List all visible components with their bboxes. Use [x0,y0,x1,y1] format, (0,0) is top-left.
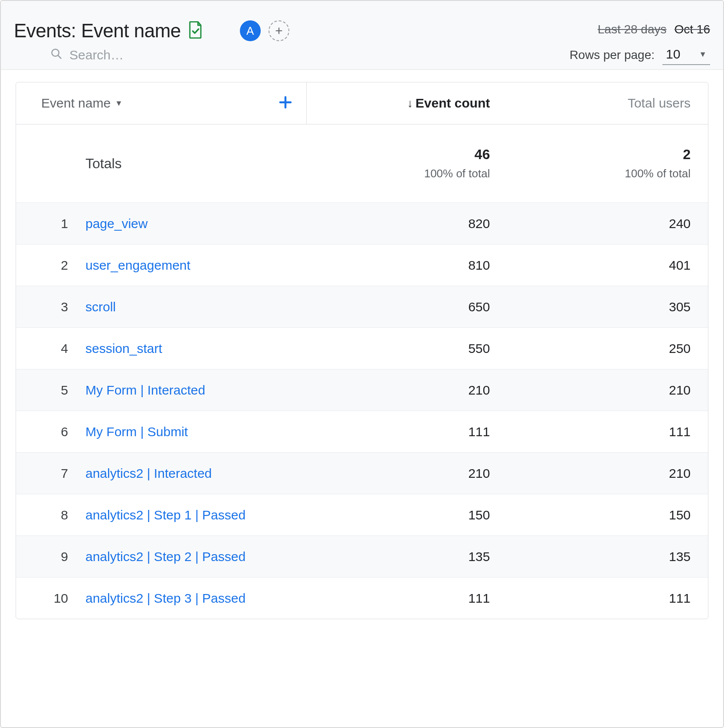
rows-per-page-select[interactable]: 10 ▼ [662,45,710,65]
row-total-users: 210 [507,466,708,481]
metric-label: Total users [628,96,691,111]
row-index: 9 [16,549,85,564]
row-index: 3 [16,300,85,314]
search-icon [50,48,62,63]
row-event-name: page_view [85,216,307,231]
row-index: 7 [16,466,85,481]
row-event-name: user_engagement [85,258,307,273]
row-index: 6 [16,424,85,439]
date-range[interactable]: Last 28 days Oct 16 [598,23,710,36]
event-link[interactable]: analytics2 | Step 1 | Passed [85,508,246,522]
row-event-count: 550 [307,341,508,356]
row-event-name: analytics2 | Step 1 | Passed [85,508,307,522]
rows-per-page: Rows per page: 10 ▼ [570,45,710,65]
search-row: Rows per page: 10 ▼ [14,45,710,65]
metric-header-event-count[interactable]: ↓ Event count [307,82,508,124]
row-event-count: 135 [307,549,508,564]
table-rows: 1page_view8202402user_engagement8104013s… [16,202,708,619]
rows-per-page-value: 10 [666,47,680,62]
totals-total-users: 2 100% of total [507,124,708,202]
row-total-users: 240 [507,216,708,231]
event-link[interactable]: My Form | Interacted [85,383,205,397]
table-row: 4session_start550250 [16,327,708,369]
row-index: 2 [16,258,85,273]
totals-value: 2 [683,147,691,163]
search-box [14,48,200,63]
row-index: 5 [16,383,85,398]
row-total-users: 305 [507,300,708,314]
sort-desc-icon: ↓ [407,97,413,110]
row-total-users: 111 [507,591,708,606]
totals-metrics: 46 100% of total 2 100% of total [307,124,708,202]
dimension-label: Event name [41,96,111,111]
row-index: 8 [16,508,85,522]
event-link[interactable]: analytics2 | Interacted [85,466,212,480]
caret-down-icon: ▼ [115,99,123,108]
report-panel: Events: Event name A Last 28 days Oct 16 [0,0,724,728]
column-headers: Event name ▼ ↓ Event count Total users [16,82,708,124]
table-row: 7analytics2 | Interacted210210 [16,452,708,494]
totals-row: Totals 46 100% of total 2 100% of total [16,124,708,202]
totals-event-count: 46 100% of total [307,124,508,202]
row-event-name: analytics2 | Step 2 | Passed [85,549,307,564]
table-row: 10analytics2 | Step 3 | Passed111111 [16,577,708,619]
row-event-count: 820 [307,216,508,231]
table-row: 5My Form | Interacted210210 [16,369,708,411]
row-total-users: 111 [507,424,708,439]
date-range-end: Oct 16 [675,23,710,36]
page-title: Events: Event name [14,20,181,42]
caret-down-icon: ▼ [699,50,707,59]
table-row: 8analytics2 | Step 1 | Passed150150 [16,494,708,535]
event-link[interactable]: analytics2 | Step 2 | Passed [85,549,246,564]
row-event-count: 111 [307,424,508,439]
metric-header-total-users[interactable]: Total users [507,82,708,124]
search-input[interactable] [69,48,200,62]
row-total-users: 250 [507,341,708,356]
metric-label: Event count [416,96,490,111]
row-event-count: 111 [307,591,508,606]
dimension-column-header: Event name ▼ [16,82,307,124]
row-event-count: 210 [307,383,508,398]
row-event-name: analytics2 | Step 3 | Passed [85,591,307,606]
event-link[interactable]: My Form | Submit [85,424,188,439]
event-link[interactable]: analytics2 | Step 3 | Passed [85,591,246,605]
table-row: 3scroll650305 [16,286,708,327]
row-index: 10 [16,591,85,606]
table-row: 1page_view820240 [16,202,708,244]
totals-pct: 100% of total [424,167,490,180]
metrics-headers: ↓ Event count Total users [307,82,708,124]
segment-badge[interactable]: A [240,20,261,41]
dimension-picker[interactable]: Event name ▼ [41,96,123,111]
sheet-check-icon [189,21,203,40]
row-total-users: 135 [507,549,708,564]
table-row: 2user_engagement810401 [16,244,708,286]
event-link[interactable]: user_engagement [85,258,190,272]
add-comparison-button[interactable] [269,20,289,41]
row-total-users: 210 [507,383,708,398]
row-event-name: analytics2 | Interacted [85,466,307,481]
row-index: 1 [16,216,85,231]
row-event-name: My Form | Submit [85,424,307,439]
event-link[interactable]: page_view [85,216,147,231]
row-index: 4 [16,341,85,356]
event-link[interactable]: scroll [85,300,116,314]
row-event-name: scroll [85,300,307,314]
row-event-count: 150 [307,508,508,522]
row-event-count: 650 [307,300,508,314]
row-event-name: My Form | Interacted [85,383,307,398]
row-total-users: 401 [507,258,708,273]
header: Events: Event name A Last 28 days Oct 16 [1,1,723,70]
date-range-label: Last 28 days [598,23,667,36]
svg-line-1 [58,55,61,58]
event-link[interactable]: session_start [85,341,162,356]
row-total-users: 150 [507,508,708,522]
add-dimension-button[interactable] [278,95,293,112]
totals-label: Totals [16,124,307,202]
row-event-count: 210 [307,466,508,481]
row-event-count: 810 [307,258,508,273]
title-row: Events: Event name A Last 28 days Oct 16 [14,20,710,42]
table-row: 6My Form | Submit111111 [16,411,708,452]
table-row: 9analytics2 | Step 2 | Passed135135 [16,535,708,577]
rows-per-page-label: Rows per page: [570,48,655,62]
row-event-name: session_start [85,341,307,356]
